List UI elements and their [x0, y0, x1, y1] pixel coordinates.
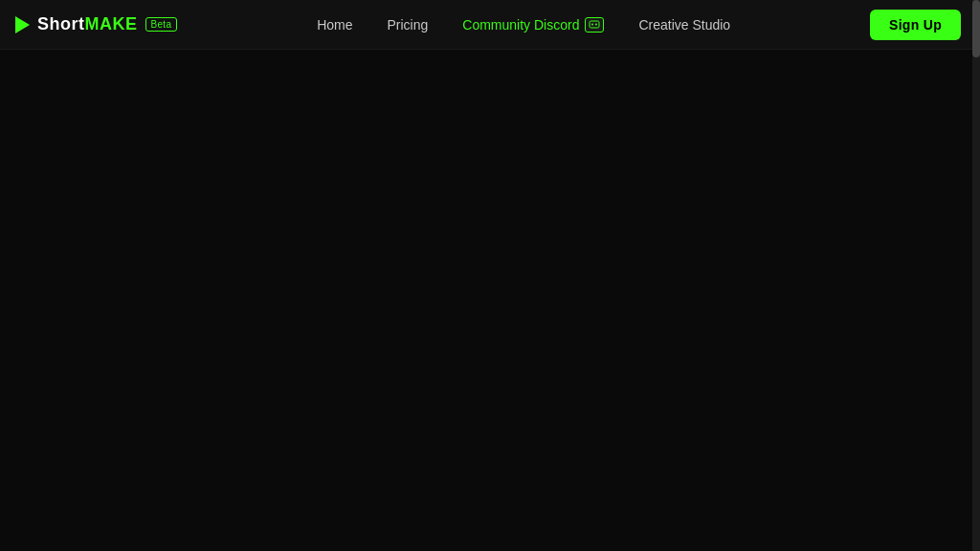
svg-point-1	[591, 23, 593, 25]
svg-point-2	[595, 23, 597, 25]
main-content	[0, 50, 980, 551]
logo-make: MAKE	[85, 14, 138, 33]
svg-rect-0	[590, 21, 599, 28]
scrollbar-track[interactable]	[972, 0, 980, 551]
nav-discord[interactable]: Community Discord	[462, 17, 604, 33]
discord-label: Community Discord	[462, 17, 579, 33]
nav-pricing[interactable]: Pricing	[388, 17, 429, 33]
nav-creative-studio[interactable]: Creative Studio	[638, 17, 730, 33]
nav-home[interactable]: Home	[317, 17, 352, 33]
navbar: ShortMAKE Beta Home Pricing Community Di…	[0, 0, 980, 50]
discord-icon	[585, 17, 604, 33]
play-icon	[15, 16, 30, 33]
beta-badge: Beta	[145, 17, 178, 32]
scrollbar-thumb[interactable]	[972, 0, 980, 57]
main-nav: Home Pricing Community Discord Creative …	[317, 17, 730, 33]
logo-short: Short	[37, 14, 85, 33]
signup-button[interactable]: Sign Up	[870, 10, 961, 40]
logo[interactable]: ShortMAKE Beta	[15, 14, 177, 34]
